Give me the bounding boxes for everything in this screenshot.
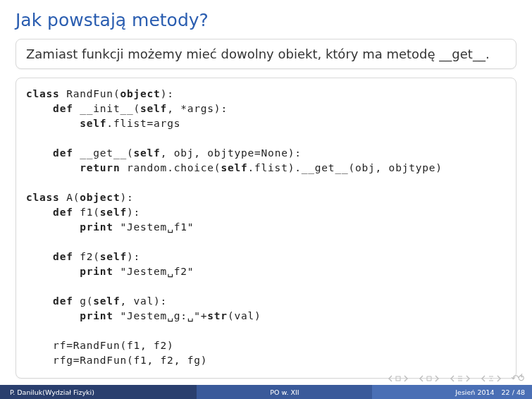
code-kw: def: [26, 147, 73, 159]
code-kw: print: [26, 310, 113, 321]
code-kw: self: [134, 147, 161, 159]
code-text: rfg=RandFun(f1, f2, fg): [26, 355, 207, 366]
code-text: g(: [73, 295, 94, 307]
code-text: "Jestem␣g:␣"+: [113, 310, 207, 321]
svg-rect-0: [396, 376, 400, 381]
footer-term: Jesień 2014: [455, 388, 494, 396]
nav-loop-icon[interactable]: ↶⥀: [511, 373, 524, 383]
code-text: RandFun(: [60, 88, 120, 99]
code-text: , obj, objtype=None):: [161, 147, 302, 159]
nav-first-icon[interactable]: [387, 375, 409, 382]
code-kw: self: [100, 207, 127, 218]
code-kw: object: [120, 88, 160, 99]
code-text: , *args):: [167, 103, 228, 114]
code-kw: def: [26, 295, 73, 307]
nav-controls: ↶⥀: [387, 373, 524, 383]
code-kw: str: [207, 310, 228, 321]
nav-next-icon[interactable]: [449, 375, 471, 382]
code-text: ):: [127, 251, 140, 262]
code-kw: class: [26, 192, 60, 203]
code-kw: print: [26, 266, 113, 277]
code-text: .flist=args: [106, 118, 180, 129]
code-text: ):: [127, 207, 140, 218]
code-kw: return: [26, 162, 120, 173]
footer-page: 22 / 48: [502, 388, 525, 396]
code-text: "Jestem␣f2": [113, 266, 194, 277]
code-text: .flist).__get__(obj, objtype): [248, 162, 443, 173]
code-kw: self: [221, 162, 247, 173]
code-text: f1(: [73, 207, 100, 218]
code-text: , val):: [120, 295, 167, 307]
footer-author: P. Daniluk(Wydział Fizyki): [0, 385, 197, 399]
code-kw: class: [26, 88, 60, 99]
nav-prev-icon[interactable]: [418, 375, 440, 382]
code-text: (val): [228, 310, 261, 321]
code-block: class RandFun(object): def __init__(self…: [16, 78, 516, 379]
code-text: f2(: [73, 251, 100, 262]
code-text: ):: [161, 88, 174, 99]
nav-last-icon[interactable]: [480, 375, 502, 382]
code-kw: self: [140, 103, 167, 114]
code-text: __init__(: [73, 103, 140, 114]
code-text: rf=RandFun(f1, f2): [26, 340, 174, 351]
code-text: "Jestem␣f1": [113, 221, 194, 233]
code-kw: self: [26, 118, 106, 129]
code-text: ):: [120, 192, 133, 203]
code-text: random.choice(: [120, 162, 221, 173]
footer-bar: P. Daniluk(Wydział Fizyki) PO w. XII Jes…: [0, 385, 532, 399]
code-text: __get__(: [73, 147, 134, 159]
code-text: A(: [60, 192, 80, 203]
code-kw: print: [26, 221, 113, 233]
code-kw: def: [26, 207, 73, 218]
code-kw: self: [100, 251, 127, 262]
callout-box: Zamiast funkcji możemy mieć dowolny obie…: [16, 39, 516, 69]
code-kw: object: [80, 192, 120, 203]
code-kw: def: [26, 251, 73, 262]
code-kw: self: [93, 295, 120, 307]
code-kw: def: [26, 103, 73, 114]
footer-title: PO w. XII: [197, 385, 372, 399]
slide-title: Jak powstają metody?: [16, 10, 516, 30]
